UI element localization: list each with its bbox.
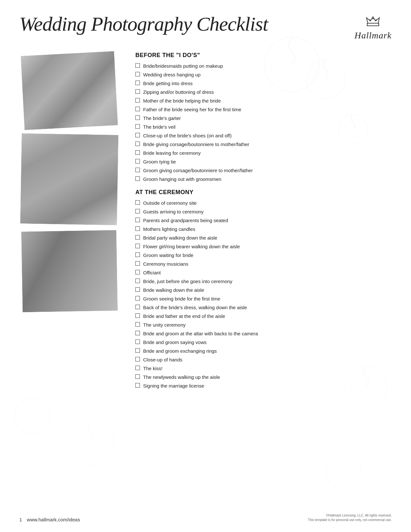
checklist-item[interactable]: Groom hanging out with groomsmen (135, 176, 392, 182)
checkbox-icon[interactable] (135, 261, 140, 266)
checklist-item-label: Zipping and/or buttoning of dress (143, 89, 214, 95)
checklist-item-label: Flower girl/ring bearer walking down the… (143, 243, 240, 250)
checklist-item-label: Bridal party walking down the aisle (143, 234, 217, 241)
checklist-item[interactable]: Mothers lighting candles (135, 226, 392, 232)
checkbox-icon[interactable] (135, 296, 140, 300)
page-number: 1 (19, 517, 22, 522)
checklist-item-label: The newlyweds walking up the aisle (143, 374, 220, 380)
checkbox-icon[interactable] (135, 313, 140, 318)
checklist-item[interactable]: Zipping and/or buttoning of dress (135, 89, 392, 95)
checklist-ceremony: Outside of ceremony siteGuests arriving … (135, 200, 392, 389)
checkbox-icon[interactable] (135, 279, 140, 283)
svg-point-8 (66, 418, 114, 466)
checkbox-icon[interactable] (135, 322, 140, 327)
checklist-item-label: Bride and groom saying vows (143, 339, 207, 346)
checkbox-icon[interactable] (135, 81, 140, 85)
checkbox-icon[interactable] (135, 226, 140, 231)
checklist-item-label: Bride and father at the end of the aisle (143, 313, 225, 320)
checkbox-icon[interactable] (135, 244, 140, 248)
checkbox-icon[interactable] (135, 63, 140, 68)
checklist-item[interactable]: Father of the bride seeing her for the f… (135, 106, 392, 113)
checkbox-icon[interactable] (135, 124, 140, 129)
checkbox-icon[interactable] (135, 305, 140, 309)
checklist-item[interactable]: Outside of ceremony site (135, 200, 392, 206)
svg-point-6 (15, 398, 50, 434)
svg-point-17 (369, 19, 370, 21)
checkbox-icon[interactable] (135, 200, 140, 205)
checklist-item[interactable]: Back of the bride's dress, walking down … (135, 304, 392, 311)
checklist-item[interactable]: The bride's garter (135, 115, 392, 122)
checklist-item-label: Groom tying tie (143, 158, 176, 165)
checklist-item[interactable]: The bride's veil (135, 123, 392, 130)
checkbox-icon[interactable] (135, 142, 140, 146)
checklist-item-label: Bride and groom exchanging rings (143, 348, 217, 354)
checkbox-icon[interactable] (135, 98, 140, 103)
checkbox-icon[interactable] (135, 340, 140, 344)
checkbox-icon[interactable] (135, 357, 140, 361)
hallmark-name: Hallmark (355, 30, 392, 41)
checkbox-icon[interactable] (135, 133, 140, 137)
checklist-item[interactable]: The newlyweds walking up the aisle (135, 374, 392, 380)
checkbox-icon[interactable] (135, 89, 140, 94)
checklist-item-label: Outside of ceremony site (143, 200, 197, 206)
checklist-item[interactable]: The unity ceremony (135, 321, 392, 328)
page-title: Wedding Photography Checklist (19, 13, 268, 35)
checkbox-icon[interactable] (135, 374, 140, 379)
checklist-item-label: The bride's garter (143, 115, 181, 122)
checkbox-icon[interactable] (135, 150, 140, 155)
checkbox-icon[interactable] (135, 168, 140, 172)
checklist-item[interactable]: Groom giving corsage/boutonniere to moth… (135, 167, 392, 174)
checkbox-icon[interactable] (135, 348, 140, 353)
checklist-item[interactable]: Bride and father at the end of the aisle (135, 313, 392, 320)
checkbox-icon[interactable] (135, 107, 140, 111)
svg-point-18 (376, 19, 377, 21)
checklist-item[interactable]: Bride leaving for ceremony (135, 150, 392, 156)
checklist-item[interactable]: Ceremony musicians (135, 261, 392, 267)
checklist-item[interactable]: Officiant (135, 269, 392, 276)
checklist-item[interactable]: Signing the marriage license (135, 382, 392, 389)
checklist-item-label: The bride's veil (143, 123, 175, 130)
checklist-item[interactable]: Bride, just before she goes into ceremon… (135, 278, 392, 285)
checklist-item[interactable]: Close-up of hands (135, 356, 392, 363)
checklist-item-label: Father of the bride seeing her for the f… (143, 106, 241, 113)
checkbox-icon[interactable] (135, 176, 140, 181)
checklist-item[interactable]: Bride and groom at the altar with backs … (135, 330, 392, 337)
checklist-item[interactable]: Groom waiting for bride (135, 252, 392, 259)
checklist-item[interactable]: Mother of the bride helping the bride (135, 97, 392, 104)
checkbox-icon[interactable] (135, 252, 140, 257)
checklist-item[interactable]: The kiss! (135, 365, 392, 372)
checklist-item[interactable]: Guests arriving to ceremony (135, 208, 392, 215)
checklist-item[interactable]: Close-up of the bride's shoes (on and of… (135, 132, 392, 139)
checklist-item[interactable]: Flower girl/ring bearer walking down the… (135, 243, 392, 250)
checklist-item[interactable]: Bride/bridesmaids putting on makeup (135, 63, 392, 69)
checkbox-icon[interactable] (135, 218, 140, 222)
checklist-item[interactable]: Groom tying tie (135, 158, 392, 165)
checkbox-icon[interactable] (135, 159, 140, 163)
checklist-item[interactable]: Bridal party walking down the aisle (135, 234, 392, 241)
svg-point-13 (332, 459, 355, 482)
checklist-item[interactable]: Parents and grandparents being seated (135, 217, 392, 224)
checkbox-icon[interactable] (135, 366, 140, 370)
checklist-item[interactable]: Wedding dress hanging up (135, 71, 392, 78)
checkbox-icon[interactable] (135, 209, 140, 213)
checklist-item[interactable]: Bride and groom exchanging rings (135, 348, 392, 354)
checklist-item[interactable]: Bride giving corsage/boutonniere to moth… (135, 141, 392, 148)
svg-point-12 (326, 453, 361, 488)
checkbox-icon[interactable] (135, 270, 140, 274)
checklist-item-label: Close-up of the bride's shoes (on and of… (143, 132, 231, 139)
checkbox-icon[interactable] (135, 287, 140, 292)
checkbox-icon[interactable] (135, 383, 140, 388)
checklist-item[interactable]: Bride getting into dress (135, 80, 392, 87)
checklist-item-label: Bride, just before she goes into ceremon… (143, 278, 232, 285)
hallmark-crown-icon (363, 16, 383, 30)
checklist-item[interactable]: Bride and groom saying vows (135, 339, 392, 346)
checkbox-icon[interactable] (135, 331, 140, 335)
section-title-ceremony: AT THE CEREMONY (135, 189, 392, 196)
checklist-item[interactable]: Groom seeing bride for the first time (135, 295, 392, 302)
checklist-item[interactable]: Bride walking down the aisle (135, 287, 392, 293)
checkbox-icon[interactable] (135, 115, 140, 120)
checkbox-icon[interactable] (135, 72, 140, 76)
checkbox-icon[interactable] (135, 235, 140, 240)
section-title-before: BEFORE THE "I DO'S" (135, 52, 392, 59)
checklist-item-label: Officiant (143, 269, 161, 276)
